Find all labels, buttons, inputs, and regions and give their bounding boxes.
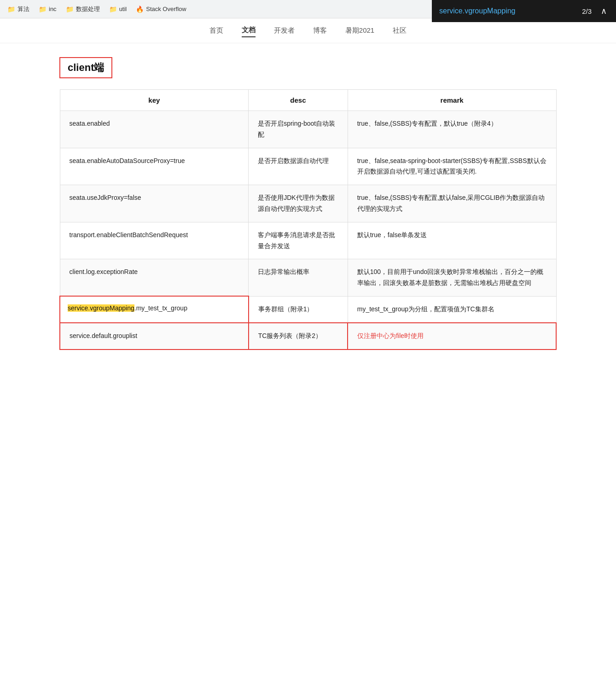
- nav-community[interactable]: 社区: [393, 24, 407, 37]
- folder-icon: 📁: [66, 6, 74, 13]
- nav-summer2021[interactable]: 暑期2021: [345, 24, 374, 37]
- bookmark-inc[interactable]: 📁 inc: [35, 4, 60, 15]
- search-popup: service.vgroupMapping 2/3 ∧: [432, 0, 616, 22]
- main-content: client端 key desc remark seata.enabled 是否…: [32, 43, 584, 364]
- cell-desc: 日志异常输出概率: [249, 259, 348, 297]
- table-row: client.log.exceptionRate 日志异常输出概率 默认100，…: [60, 259, 556, 297]
- table-row-grouplist: service.default.grouplist TC服务列表（附录2） 仅注…: [60, 323, 556, 350]
- cell-remark: my_test_tx_group为分组，配置项值为TC集群名: [348, 296, 556, 322]
- nav-blog[interactable]: 博客: [313, 24, 327, 37]
- header-key: key: [60, 90, 249, 111]
- cell-remark: 默认100，目前用于undo回滚失败时异常堆栈输出，百分之一的概率输出，回滚失败…: [348, 259, 556, 297]
- cell-key: seata.enabled: [60, 111, 249, 148]
- cell-remark: true、false,(SSBS)专有配置，默认true（附录4）: [348, 111, 556, 148]
- vgroup-highlight-text: service.vgroupMapping: [68, 304, 134, 312]
- header-remark: remark: [348, 90, 556, 111]
- cell-desc: 事务群组（附录1）: [249, 296, 348, 322]
- cell-key-vgroup: service.vgroupMapping.my_test_tx_group: [60, 296, 249, 322]
- section-title: client端: [59, 57, 112, 78]
- stackoverflow-icon: 🔥: [136, 6, 144, 13]
- nav-docs[interactable]: 文档: [242, 24, 256, 37]
- cell-desc: 是否开启数据源自动代理: [249, 148, 348, 185]
- cell-key: service.default.grouplist: [60, 323, 249, 350]
- nav-home[interactable]: 首页: [209, 24, 223, 37]
- bookmark-label: 算法: [17, 5, 29, 13]
- bookmark-label: 数据处理: [76, 5, 100, 13]
- search-close-button[interactable]: ∧: [599, 4, 609, 18]
- cell-key: seata.enableAutoDataSourceProxy=true: [60, 148, 249, 185]
- bookmark-label: util: [119, 6, 127, 12]
- folder-icon: 📁: [39, 6, 46, 13]
- table-row: seata.useJdkProxy=false 是否使用JDK代理作为数据源自动…: [60, 185, 556, 222]
- cell-desc: 是否使用JDK代理作为数据源自动代理的实现方式: [249, 185, 348, 222]
- table-row: seata.enableAutoDataSourceProxy=true 是否开…: [60, 148, 556, 185]
- cell-remark-highlighted: 仅注册中心为file时使用: [348, 323, 556, 350]
- search-match-text: service.vgroupMapping: [439, 7, 515, 15]
- search-counter: 2/3: [582, 7, 592, 15]
- cell-desc: 客户端事务消息请求是否批量合并发送: [249, 222, 348, 259]
- cell-key: seata.useJdkProxy=false: [60, 185, 249, 222]
- cell-remark: 默认true，false单条发送: [348, 222, 556, 259]
- cell-remark: true、false,seata-spring-boot-starter(SSB…: [348, 148, 556, 185]
- bookmark-util[interactable]: 📁 util: [105, 4, 131, 15]
- bookmark-bar: 📁 算法 📁 inc 📁 数据处理 📁 util 🔥 Stack Overflo…: [0, 0, 616, 18]
- bookmark-label: inc: [49, 6, 57, 12]
- table-header-row: key desc remark: [60, 90, 556, 111]
- cell-desc: 是否开启spring-boot自动装配: [249, 111, 348, 148]
- table-row: seata.enabled 是否开启spring-boot自动装配 true、f…: [60, 111, 556, 148]
- table-row-vgroup: service.vgroupMapping.my_test_tx_group 事…: [60, 296, 556, 322]
- nav-bar: 首页 文档 开发者 博客 暑期2021 社区: [0, 18, 616, 43]
- bookmark-stackoverflow[interactable]: 🔥 Stack Overflow: [132, 4, 190, 15]
- cell-key: transport.enableClientBatchSendRequest: [60, 222, 249, 259]
- folder-icon: 📁: [7, 6, 15, 13]
- bookmark-algorithms[interactable]: 📁 算法: [4, 3, 33, 15]
- cell-desc: TC服务列表（附录2）: [249, 323, 348, 350]
- cell-remark: true、false,(SSBS)专有配置,默认false,采用CGLIB作为数…: [348, 185, 556, 222]
- cell-key: client.log.exceptionRate: [60, 259, 249, 297]
- vgroup-suffix-text: .my_test_tx_group: [134, 304, 187, 312]
- folder-icon: 📁: [109, 6, 117, 13]
- table-row: transport.enableClientBatchSendRequest 客…: [60, 222, 556, 259]
- data-table: key desc remark seata.enabled 是否开启spring…: [59, 89, 557, 350]
- nav-dev[interactable]: 开发者: [274, 24, 295, 37]
- bookmark-data-processing[interactable]: 📁 数据处理: [62, 3, 104, 15]
- header-desc: desc: [249, 90, 348, 111]
- bookmark-label: Stack Overflow: [146, 6, 186, 12]
